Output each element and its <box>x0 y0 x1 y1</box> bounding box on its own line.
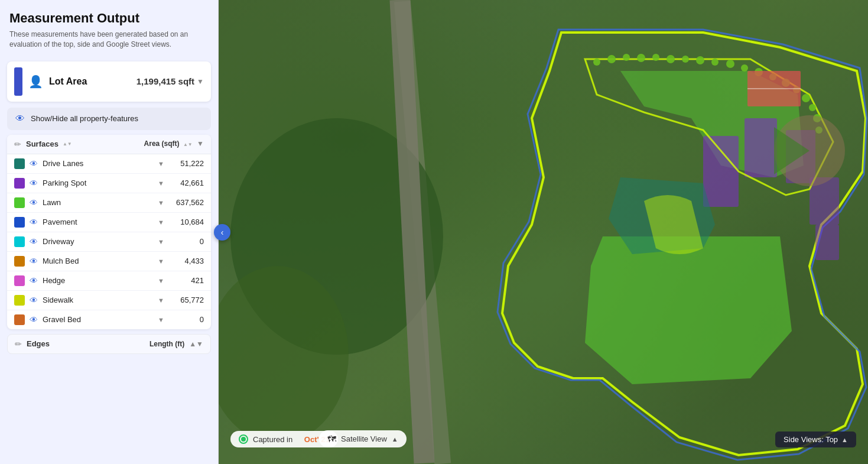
row-label: Hedge <box>43 276 153 285</box>
th-area: Area (sqft) ▲▼ ▼ <box>144 139 204 149</box>
row-value: 65,772 <box>171 296 204 304</box>
collapse-arrow-icon: ‹ <box>221 228 224 237</box>
row-label: Driveway <box>43 237 153 246</box>
row-label: Sidewalk <box>43 296 153 304</box>
row-eye-icon[interactable]: 👁 <box>30 237 38 246</box>
row-label: Lawn <box>43 198 153 207</box>
row-value: 0 <box>171 315 204 324</box>
th-surfaces: Surfaces ▲▼ <box>26 139 139 148</box>
lot-area-value: 1,199,415 sqft ▼ <box>136 76 204 86</box>
row-color-swatch <box>14 217 25 228</box>
row-dropdown-icon[interactable]: ▼ <box>158 277 164 284</box>
collapse-panel-button[interactable]: ‹ <box>214 224 230 241</box>
person-icon: 👤 <box>28 74 43 89</box>
table-row: 👁 Parking Spot ▼ 42,661 <box>7 174 211 193</box>
sort-icons[interactable]: ▲▼ <box>63 141 72 147</box>
aerial-bg <box>219 0 868 464</box>
map-icon: 🗺 <box>327 434 336 444</box>
row-dropdown-icon[interactable]: ▼ <box>158 316 164 323</box>
captured-dot <box>239 434 248 444</box>
lot-area-label: Lot Area <box>49 76 131 87</box>
edges-length-header: Length (ft) <box>131 340 184 348</box>
row-color-swatch <box>14 236 25 247</box>
eye-icon: 👁 <box>15 113 25 124</box>
row-label: Parking Spot <box>43 179 153 187</box>
row-eye-icon[interactable]: 👁 <box>30 296 38 305</box>
surfaces-table: ✏ Surfaces ▲▼ Area (sqft) ▲▼ ▼ 👁 Drive L… <box>7 135 211 329</box>
row-color-swatch <box>14 178 25 189</box>
row-label: Drive Lanes <box>43 159 153 168</box>
table-row: 👁 Driveway ▼ 0 <box>7 232 211 252</box>
panel-title: Measurement Output <box>9 11 209 26</box>
row-dropdown-icon[interactable]: ▼ <box>158 238 164 245</box>
lot-area-color-bar <box>14 67 22 96</box>
row-eye-icon[interactable]: 👁 <box>30 257 38 266</box>
row-value: 42,661 <box>171 179 204 187</box>
satellite-view-button[interactable]: 🗺 Satellite View ▲ <box>319 430 407 447</box>
row-dropdown-icon[interactable]: ▼ <box>158 219 164 226</box>
surfaces-rows: 👁 Drive Lanes ▼ 51,222 👁 Parking Spot ▼ … <box>7 154 211 329</box>
row-value: 0 <box>171 237 204 246</box>
side-views-up-arrow: ▲ <box>841 436 848 443</box>
side-views-button[interactable]: Side Views: Top ▲ <box>775 431 856 447</box>
table-row: 👁 Pavement ▼ 10,684 <box>7 213 211 232</box>
map-background: Captured in Oct' 21 🗺 Satellite View ▲ S… <box>219 0 868 464</box>
row-dropdown-icon[interactable]: ▼ <box>158 180 164 187</box>
satellite-up-arrow: ▲ <box>392 436 398 443</box>
row-dropdown-icon[interactable]: ▼ <box>158 160 164 167</box>
row-value: 637,562 <box>171 198 204 207</box>
panel-header: Measurement Output These measurements ha… <box>0 0 218 56</box>
satellite-label: Satellite View <box>341 434 387 443</box>
row-label: Pavement <box>43 218 153 226</box>
row-eye-icon[interactable]: 👁 <box>30 218 38 227</box>
table-row: 👁 Lawn ▼ 637,562 <box>7 193 211 213</box>
row-label: Gravel Bed <box>43 315 153 324</box>
row-eye-icon[interactable]: 👁 <box>30 159 38 168</box>
left-panel: Measurement Output These measurements ha… <box>0 0 219 464</box>
panel-subtitle: These measurements have been generated b… <box>9 30 209 50</box>
table-row: 👁 Hedge ▼ 421 <box>7 271 211 291</box>
row-eye-icon[interactable]: 👁 <box>30 198 38 207</box>
side-views-label: Side Views: Top <box>784 435 838 444</box>
edges-sort[interactable]: ▲▼ <box>189 340 203 348</box>
row-color-swatch <box>14 275 25 286</box>
show-hide-label: Show/Hide all property-features <box>31 114 138 123</box>
table-row: 👁 Drive Lanes ▼ 51,222 <box>7 154 211 174</box>
area-options-icon[interactable]: ▼ <box>197 139 204 148</box>
edit-icon: ✏ <box>14 139 21 149</box>
captured-text: Captured in <box>253 435 292 444</box>
row-color-swatch <box>14 158 25 169</box>
row-dropdown-icon[interactable]: ▼ <box>158 297 164 304</box>
show-hide-row[interactable]: 👁 Show/Hide all property-features <box>7 108 211 130</box>
row-value: 51,222 <box>171 159 204 168</box>
row-dropdown-icon[interactable]: ▼ <box>158 258 164 265</box>
edges-row: ✏ Edges Length (ft) ▲▼ <box>7 334 211 354</box>
row-label: Mulch Bed <box>43 257 153 265</box>
row-eye-icon[interactable]: 👁 <box>30 276 38 285</box>
table-row: 👁 Mulch Bed ▼ 4,433 <box>7 252 211 271</box>
row-color-swatch <box>14 314 25 325</box>
edges-icon: ✏ <box>15 339 22 349</box>
captured-dot-inner <box>241 437 246 442</box>
table-header: ✏ Surfaces ▲▼ Area (sqft) ▲▼ ▼ <box>7 135 211 154</box>
row-eye-icon[interactable]: 👁 <box>30 315 38 325</box>
row-value: 421 <box>171 276 204 285</box>
row-value: 10,684 <box>171 218 204 226</box>
row-color-swatch <box>14 256 25 267</box>
sort-icons-area[interactable]: ▲▼ <box>183 142 193 148</box>
row-color-swatch <box>14 295 25 306</box>
lot-area-card[interactable]: 👤 Lot Area 1,199,415 sqft ▼ <box>7 61 211 102</box>
row-color-swatch <box>14 197 25 208</box>
row-eye-icon[interactable]: 👁 <box>30 179 38 188</box>
row-value: 4,433 <box>171 257 204 265</box>
edges-label: Edges <box>27 339 126 348</box>
table-row: 👁 Sidewalk ▼ 65,772 <box>7 291 211 310</box>
row-dropdown-icon[interactable]: ▼ <box>158 199 164 206</box>
table-row: 👁 Gravel Bed ▼ 0 <box>7 310 211 329</box>
map-area[interactable]: Captured in Oct' 21 🗺 Satellite View ▲ S… <box>219 0 868 464</box>
lot-area-dropdown-arrow[interactable]: ▼ <box>197 77 204 86</box>
